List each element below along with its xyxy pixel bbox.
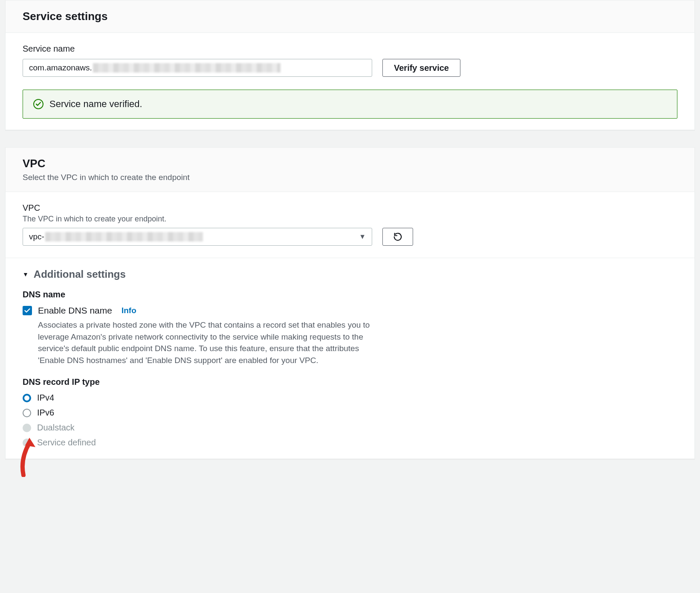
- dns-name-section-label: DNS name: [23, 290, 677, 299]
- vpc-field-help: The VPC in which to create your endpoint…: [23, 215, 677, 224]
- ipv4-radio[interactable]: [23, 394, 31, 402]
- additional-settings-label: Additional settings: [34, 268, 126, 280]
- caret-down-icon: ▼: [359, 233, 366, 241]
- caret-down-icon: ▼: [23, 271, 29, 278]
- service-settings-title: Service settings: [23, 10, 677, 23]
- service-settings-panel: Service settings Service name com.amazon…: [5, 0, 695, 130]
- dualstack-radio-label: Dualstack: [37, 423, 75, 433]
- vpc-field-label: VPC: [23, 203, 677, 213]
- service-defined-radio-label: Service defined: [37, 438, 96, 448]
- refresh-vpc-button[interactable]: [382, 228, 413, 246]
- ipv6-radio-label: IPv6: [37, 408, 54, 418]
- dns-ip-type-label: DNS record IP type: [23, 377, 677, 387]
- vpc-subtitle: Select the VPC in which to create the en…: [23, 173, 677, 182]
- vpc-panel: VPC Select the VPC in which to create th…: [5, 147, 695, 459]
- ipv6-radio[interactable]: [23, 409, 31, 417]
- dns-description: Associates a private hosted zone with th…: [38, 319, 375, 366]
- vpc-select[interactable]: vpc- ▼: [23, 228, 372, 246]
- vpc-title: VPC: [23, 157, 677, 170]
- refresh-icon: [393, 232, 402, 241]
- verify-service-button[interactable]: Verify service: [382, 59, 460, 77]
- dualstack-radio: [23, 424, 31, 432]
- additional-settings-toggle[interactable]: ▼ Additional settings: [23, 268, 677, 280]
- ipv4-radio-label: IPv4: [37, 393, 54, 403]
- vpc-select-redacted: [45, 232, 203, 241]
- service-verified-alert: Service name verified.: [23, 90, 677, 119]
- service-name-input[interactable]: com.amazonaws.: [23, 59, 372, 77]
- service-name-prefix: com.amazonaws.: [29, 63, 92, 73]
- enable-dns-name-label: Enable DNS name: [38, 305, 112, 316]
- service-settings-header: Service settings: [6, 0, 694, 33]
- service-defined-radio: [23, 439, 31, 447]
- dns-info-link[interactable]: Info: [121, 306, 136, 315]
- success-check-icon: [33, 99, 43, 109]
- service-verified-text: Service name verified.: [49, 99, 142, 110]
- service-name-label: Service name: [23, 44, 677, 54]
- dns-ip-type-radiogroup: IPv4 IPv6 Dualstack Service defined: [23, 393, 677, 448]
- vpc-header: VPC Select the VPC in which to create th…: [6, 148, 694, 192]
- vpc-select-prefix: vpc-: [29, 232, 44, 241]
- enable-dns-name-checkbox[interactable]: [23, 306, 32, 315]
- service-name-redacted: [93, 63, 281, 73]
